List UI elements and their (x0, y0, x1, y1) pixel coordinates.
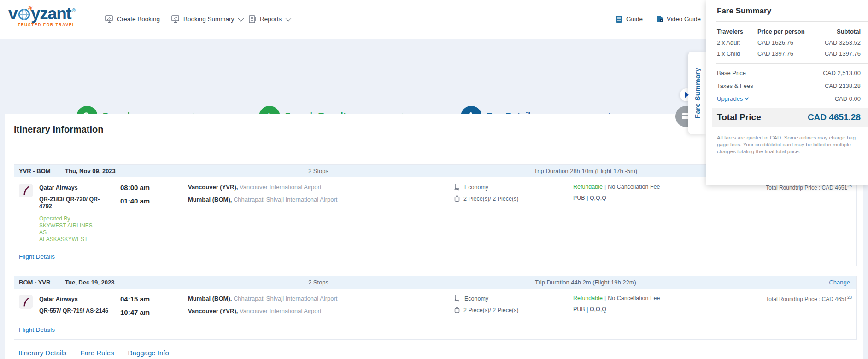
arrival-time: 10:47 am (120, 308, 188, 316)
fare-basis: PUB | O,O,Q (573, 306, 763, 313)
departure-airport: Vancouver (YVR), Vancouver International… (188, 184, 454, 191)
segment-duration: Trip Duration 44h 2m (Flight 19h 22m) (466, 279, 705, 286)
subtotal: CAD 1397.76 (818, 50, 861, 61)
airline-logo (19, 295, 33, 309)
chevron-down-icon (286, 15, 292, 21)
refund-policy: Refundable|No Cancellation Fee (573, 295, 763, 301)
flight-details-link[interactable]: Flight Details (19, 326, 55, 333)
registered-mark: ® (72, 8, 75, 13)
departure-time: 04:15 am (120, 295, 188, 303)
total-roundtrip-price: Total Roundtrip Price : CAD 465128 (763, 295, 854, 302)
fare-summary-tab-label: Fare Summary (693, 68, 701, 118)
logo-text-v: v (8, 6, 17, 22)
arrival-airport: Vancouver (YVR), Vancouver International… (188, 307, 454, 315)
flight-numbers: QR-557/ QR-719/ AS-2146 (39, 307, 120, 314)
nav-video-guide-label: Video Guide (667, 16, 701, 23)
tab-baggage-info[interactable]: Baggage Info (128, 349, 169, 357)
total-price-row: Total Price CAD 4651.28 (712, 108, 868, 127)
seat-icon (454, 184, 461, 191)
nav-guide[interactable]: Guide (616, 12, 643, 26)
divider (716, 21, 868, 22)
price-per-person: CAD 1626.76 (757, 39, 818, 50)
price-per-person: CAD 1397.76 (757, 50, 818, 61)
airline-logo (19, 184, 33, 197)
taxes-value: CAD 2138.28 (825, 82, 861, 89)
seat-icon (454, 295, 461, 302)
video-guide-icon (656, 15, 663, 23)
tab-itinerary-details[interactable]: Itinerary Details (18, 349, 66, 357)
change-flight-link[interactable]: Change (829, 279, 850, 286)
logo-text-yzant: yzant (31, 6, 71, 22)
monitor-plane-icon (171, 15, 180, 23)
fare-disclaimer: All fares are quoted in CAD .Some airlin… (717, 134, 858, 155)
nav-booking-summary[interactable]: Booking Summary (171, 12, 242, 26)
segment-stops: 2 Stops (272, 168, 364, 174)
fare-summary-side-tab[interactable]: Fare Summary (688, 52, 706, 134)
tab-fare-rules[interactable]: Fare Rules (80, 349, 114, 357)
nav-video-guide[interactable]: Video Guide (656, 12, 701, 26)
segment-duration: Trip Duration 28h 10m (Flight 17h -5m) (466, 168, 705, 174)
base-price-row: Base Price CAD 2,513.00 (717, 69, 861, 76)
taxes-label: Taxes & Fees (717, 82, 753, 89)
subtotal: CAD 3253.52 (818, 39, 861, 50)
col-travelers: Travelers (717, 28, 757, 39)
baggage-allowance: 2 Piece(s)/ 2 Piece(s) (454, 307, 573, 313)
upgrades-toggle[interactable]: Upgrades (717, 95, 749, 102)
segment-return: BOM - YVR Tue, Dec 19, 2023 2 Stops Trip… (14, 276, 857, 340)
nav-guide-label: Guide (626, 16, 643, 23)
segment-stops: 2 Stops (272, 279, 364, 286)
clipboard-icon (249, 15, 257, 23)
departure-airport: Mumbai (BOM), Chhatrapati Shivaji Intern… (188, 295, 454, 302)
segment-route: BOM - YVR (19, 279, 50, 286)
monitor-edit-icon (105, 15, 114, 23)
total-price-value: CAD 4651.28 (808, 112, 861, 122)
fare-summary-title: Fare Summary (717, 6, 861, 16)
operated-by-note: Operated By SKYWEST AIRLINES AS ALASKASK… (39, 215, 94, 243)
nav-create-booking[interactable]: Create Booking (105, 12, 160, 26)
col-price-per-person: Price per person (757, 28, 818, 39)
travelers-table: Travelers Price per person Subtotal 2 x … (717, 28, 861, 61)
traveler-type: 2 x Adult (717, 39, 757, 50)
flight-numbers: QR-2183/ QR-720/ QR-4792 (39, 196, 120, 210)
upgrades-value: CAD 0.00 (835, 95, 861, 102)
cabin-class: Economy (454, 184, 573, 191)
nav-create-booking-label: Create Booking (117, 16, 160, 23)
segment-date: Tue, Dec 19, 2023 (65, 279, 114, 286)
fare-summary-collapse-arrow-icon[interactable] (685, 92, 689, 98)
qatar-airways-oryx-icon (21, 185, 31, 196)
guide-doc-icon (616, 15, 623, 23)
traveler-type: 1 x Child (717, 50, 757, 61)
divider (716, 63, 868, 64)
baggage-allowance: 2 Piece(s)/ 2 Piece(s) (454, 195, 573, 202)
arrival-airport: Mumbai (BOM), Chhatrapati Shivaji Intern… (188, 196, 454, 203)
voyzant-logo[interactable]: v ✈ yzant ® TRUSTED FOR TRAVEL (8, 6, 76, 27)
chevron-down-icon (745, 97, 749, 100)
globe-icon: ✈ (18, 8, 30, 21)
fare-basis: PUB | Q,Q,Q (573, 195, 763, 201)
cabin-class: Economy (454, 295, 573, 302)
nav-booking-summary-label: Booking Summary (183, 16, 234, 23)
segment-header: BOM - YVR Tue, Dec 19, 2023 2 Stops Trip… (14, 276, 856, 289)
airline-name: Qatar Airways (39, 295, 120, 302)
luggage-icon (454, 195, 460, 202)
luggage-icon (454, 307, 460, 313)
col-subtotal: Subtotal (818, 28, 861, 39)
segment-route: YVR - BOM (19, 168, 51, 174)
base-price-value: CAD 2,513.00 (823, 69, 861, 76)
logo-tagline: TRUSTED FOR TRAVEL (8, 23, 76, 27)
segment-body: Qatar Airways QR-557/ QR-719/ AS-2146 04… (14, 289, 856, 321)
arrival-time: 01:40 am (120, 197, 188, 205)
taxes-row: Taxes & Fees CAD 2138.28 (717, 82, 861, 89)
segment-body: Qatar Airways QR-2183/ QR-720/ QR-4792 O… (14, 177, 856, 248)
fare-summary-panel: Fare Summary Travelers Price per person … (706, 0, 868, 185)
nav-reports-label: Reports (260, 16, 282, 23)
qatar-airways-oryx-icon (21, 297, 31, 307)
base-price-label: Base Price (717, 69, 746, 76)
detail-tabs: Itinerary Details Fare Rules Baggage Inf… (14, 349, 857, 357)
airline-name: Qatar Airways (39, 184, 120, 191)
flight-details-link[interactable]: Flight Details (19, 253, 55, 260)
upgrades-row: Upgrades CAD 0.00 (717, 95, 861, 102)
chevron-down-icon (238, 15, 244, 21)
total-price-label: Total Price (717, 112, 761, 122)
nav-reports[interactable]: Reports (249, 12, 290, 26)
